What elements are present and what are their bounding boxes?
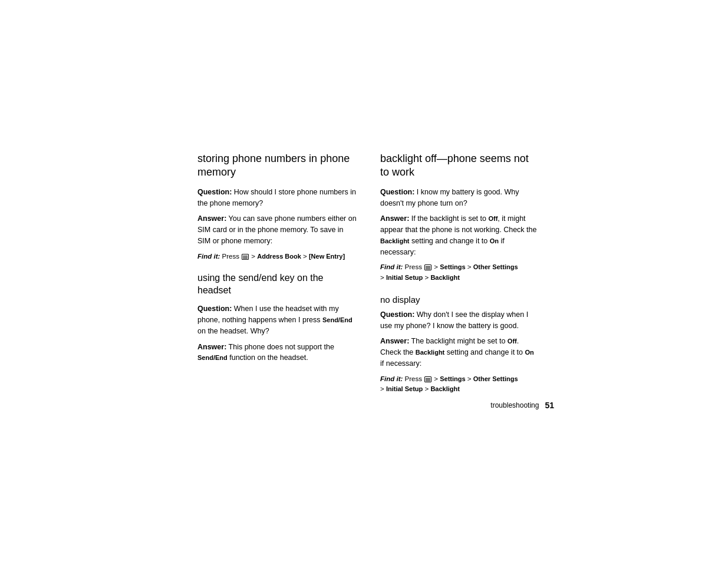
find-it-nodisplay: Find it: Press > Settings > Other Settin… (380, 374, 539, 395)
find-it-label: Find it: (197, 253, 220, 260)
answer-headset: Answer: This phone does not support the … (197, 342, 357, 364)
answer-headset-text2: function on the headset. (228, 353, 308, 362)
a-backlight-text3: setting and change it to (410, 237, 490, 245)
question-no-display: Question: Why don't I see the display wh… (380, 309, 539, 332)
question-backlight: Question: I know my battery is good. Why… (380, 187, 539, 209)
footer-section-label: troubleshooting (490, 401, 539, 409)
two-column-layout: storing phone numbers in phone memory Qu… (197, 152, 539, 402)
find-it-backlight-label: Find it: (380, 263, 403, 270)
a-backlight-bold2: Backlight (380, 237, 410, 244)
section-headset: using the send/end key on the headset Qu… (197, 272, 357, 363)
find-it-storing: Find it: Press > Address Book > [New Ent… (197, 252, 357, 262)
nav-address-book: Address Book (257, 253, 301, 260)
question-headset: Question: When I use the headset with my… (197, 303, 357, 336)
question-headset-label: Question: (197, 305, 232, 313)
a-nodisplay-label: Answer: (380, 337, 409, 345)
a-backlight-text1: If the backlight is set to (409, 214, 488, 223)
nav-other-r2: Other Settings (473, 375, 518, 382)
left-column: storing phone numbers in phone memory Qu… (197, 152, 357, 402)
answer-headset-label: Answer: (197, 343, 226, 351)
send-end-q: Send/End (322, 316, 353, 323)
question-headset-text2: on the headset. Why? (197, 327, 269, 335)
nav-initial-r1: Initial Setup (386, 274, 423, 281)
a-nodisplay-text4: if necessary: (380, 359, 421, 368)
section-storing-phone-numbers: storing phone numbers in phone memory Qu… (197, 152, 357, 262)
question-label: Question: (197, 188, 232, 196)
nav-settings-r2: Settings (440, 375, 465, 382)
a-backlight-off: Off (488, 215, 498, 222)
find-it-nodisplay-label: Find it: (380, 375, 403, 382)
q-nodisplay-label: Question: (380, 310, 414, 319)
a-backlight-label: Answer: (380, 214, 409, 223)
nav-new-entry: [New Entry] (309, 253, 345, 260)
answer-backlight: Answer: If the backlight is set to Off, … (380, 213, 539, 257)
answer-headset-text1: This phone does not support the (226, 343, 334, 351)
send-end-a: Send/End (197, 354, 228, 361)
nav-initial-r2: Initial Setup (386, 385, 423, 392)
footer: troubleshooting 51 (197, 401, 554, 410)
nav-backlight-r1: Backlight (430, 274, 460, 281)
menu-icon (242, 254, 249, 260)
nav-settings-r1: Settings (440, 263, 465, 270)
a-backlight-on: On (490, 237, 499, 244)
a-nodisplay-off: Off (508, 338, 517, 345)
q-backlight-label: Question: (380, 188, 414, 196)
page: storing phone numbers in phone memory Qu… (0, 0, 728, 562)
section-title-storing: storing phone numbers in phone memory (197, 152, 357, 180)
content-area: storing phone numbers in phone memory Qu… (197, 152, 539, 402)
a-nodisplay-text3: setting and change it to (444, 348, 525, 356)
answer-storing: Answer: You can save phone numbers eithe… (197, 213, 357, 246)
answer-label: Answer: (197, 214, 226, 223)
nav-other-r1: Other Settings (473, 263, 518, 270)
a-nodisplay-on: On (525, 349, 534, 356)
section-title-backlight: backlight off—phone seems not to work (380, 152, 539, 180)
a-nodisplay-text1: The backlight might be set to (409, 337, 508, 345)
footer-page-number: 51 (545, 401, 554, 410)
menu-icon-r2 (424, 376, 431, 382)
answer-no-display: Answer: The backlight might be set to Of… (380, 336, 539, 369)
section-title-headset: using the send/end key on the headset (197, 272, 357, 297)
section-title-no-display: no display (380, 295, 539, 305)
qa-headset: Question: When I use the headset with my… (197, 303, 357, 363)
qa-no-display: Question: Why don't I see the display wh… (380, 309, 539, 394)
section-backlight-off: backlight off—phone seems not to work Qu… (380, 152, 539, 283)
section-no-display: no display Question: Why don't I see the… (380, 295, 539, 394)
question-storing: Question: How should I store phone numbe… (197, 187, 357, 209)
menu-icon-r1 (424, 265, 431, 270)
nav-backlight-r2: Backlight (430, 385, 460, 392)
find-it-backlight: Find it: Press > Settings > Other Settin… (380, 262, 539, 283)
right-column: backlight off—phone seems not to work Qu… (380, 152, 539, 402)
a-nodisplay-bold2: Backlight (416, 349, 445, 356)
